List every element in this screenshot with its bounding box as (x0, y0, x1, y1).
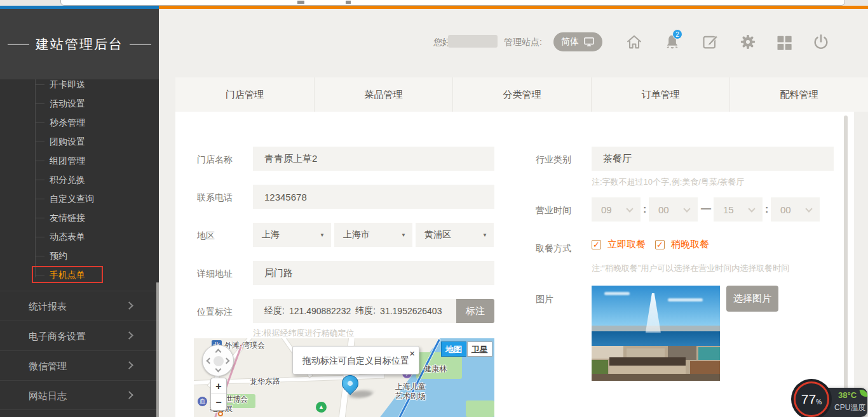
open-hour-select[interactable]: 09 (592, 197, 641, 222)
sidebar-item-flashsale[interactable]: 秒杀管理 (0, 113, 159, 132)
industry-label: 行业类别 (536, 154, 571, 166)
checkbox-checked-icon[interactable]: ✓ (655, 240, 665, 249)
pan-up-icon[interactable] (215, 349, 222, 355)
chevron-right-icon (125, 361, 133, 369)
language-pill-button[interactable]: 简体 (553, 32, 602, 51)
logout-button[interactable] (812, 33, 830, 51)
sidebar-header: 建站管理后台 (0, 9, 159, 79)
close-icon[interactable]: × (409, 348, 415, 359)
sidebar-item-groupbuy-settings[interactable]: 团购设置 (0, 132, 159, 151)
small-poi-dot (218, 411, 223, 416)
notifications-button[interactable]: 2 (663, 33, 681, 51)
museum-poi-icon: 血 (198, 397, 207, 406)
sidebar-group-site-logs[interactable]: 网站日志 (0, 380, 159, 410)
dropdown-arrow-icon: ▼ (320, 232, 325, 238)
tab-ingredient-management[interactable]: 配料管理 (729, 77, 868, 112)
system-monitor-widget[interactable]: 38°C CPU温度 77 % (792, 381, 868, 417)
mark-location-button[interactable]: 标注 (456, 299, 494, 323)
city-value: 上海市 (343, 229, 370, 241)
address-input[interactable]: 局门路 (253, 261, 494, 285)
choose-image-button[interactable]: 选择图片 (726, 286, 778, 312)
open-minute-select[interactable]: 00 (649, 197, 698, 222)
photo-lake (592, 331, 720, 347)
username-redacted (448, 35, 498, 48)
city-select[interactable]: 上海市 ▼ (334, 223, 412, 247)
pan-down-icon[interactable] (215, 366, 222, 373)
pickup-later-checkbox[interactable]: ✓ 稍晚取餐 (655, 239, 709, 251)
selection-highlight-box (32, 266, 103, 283)
store-name-input[interactable]: 青青原上草2 (253, 147, 494, 171)
phone-value: 12345678 (264, 192, 307, 202)
zoom-out-button[interactable]: − (211, 394, 226, 410)
map-type-map-button[interactable]: 地图 (441, 341, 466, 357)
district-select[interactable]: 黄浦区 ▼ (416, 223, 494, 247)
percent-sign: % (816, 399, 822, 406)
dropdown-arrow-icon: ▼ (401, 232, 406, 238)
time-colon: : (765, 204, 768, 215)
map-pan-control[interactable] (202, 345, 234, 376)
tab-store-management[interactable]: 门店管理 (175, 77, 314, 112)
sidebar-item-dynamic-forms[interactable]: 动态表单 (0, 227, 159, 246)
tab-bar: 门店管理 菜品管理 分类管理 订单管理 配料管理 (175, 77, 868, 112)
province-value: 上海 (262, 229, 280, 241)
sidebar-group-statistics[interactable]: 统计报表 (0, 291, 159, 321)
language-label: 简体 (561, 36, 579, 48)
sidebar-scrollbar[interactable] (156, 282, 159, 417)
browser-address-bar[interactable] (60, 0, 845, 6)
tab-order-management[interactable]: 订单管理 (591, 77, 729, 112)
group-label: 网站日志 (29, 390, 67, 401)
tab-dish-management[interactable]: 菜品管理 (314, 77, 452, 112)
latitude-value: 31.1952626403 (380, 306, 442, 316)
pan-center[interactable] (214, 356, 224, 366)
group-label: 电子商务设置 (29, 331, 86, 341)
group-label: 微信管理 (29, 361, 67, 371)
sidebar-item-reservation[interactable]: 预约 (0, 246, 159, 265)
location-note: 注:根据经纬度进行精确定位 (253, 328, 355, 339)
dropdown-arrow-icon: ▼ (482, 232, 487, 238)
checkbox-checked-icon[interactable]: ✓ (592, 240, 601, 249)
sidebar-item-friend-links[interactable]: 友情链接 (0, 208, 159, 227)
manage-site-label: 管理站点: (504, 37, 542, 48)
photo-poi-icon: ▲ (316, 402, 327, 413)
apps-grid-button[interactable] (775, 33, 793, 51)
pan-right-icon[interactable] (224, 358, 230, 364)
sidebar-group-ecommerce[interactable]: 电子商务设置 (0, 321, 159, 350)
pickup-now-checkbox[interactable]: ✓ 立即取餐 (592, 239, 646, 251)
sidebar-item-points-exchange[interactable]: 积分兑换 (0, 170, 159, 189)
close-minute-select[interactable]: 00 (771, 197, 820, 222)
close-hour-select[interactable]: 15 (714, 197, 763, 222)
address-label: 详细地址 (197, 268, 233, 280)
sidebar-item-activity-settings[interactable]: 活动设置 (0, 94, 159, 113)
time-range-dash: — (701, 203, 711, 215)
sidebar-item-custom-query[interactable]: 自定义查询 (0, 189, 159, 208)
phone-input[interactable]: 12345678 (253, 185, 494, 209)
close-minute-value: 00 (780, 204, 791, 215)
sidebar-group-wechat[interactable]: 微信管理 (0, 350, 159, 380)
content-scrollbar[interactable] (844, 116, 848, 414)
coordinates-input[interactable]: 经度: 121.490882232 纬度: 31.1952626403 (253, 299, 456, 323)
chevron-down-icon (805, 205, 812, 212)
chevron-down-icon (748, 205, 755, 212)
chevron-right-icon (125, 391, 133, 399)
home-button[interactable] (625, 33, 643, 51)
pan-left-icon[interactable] (207, 358, 213, 364)
map-widget[interactable]: 外滩·湾璞会 龙华东路 上海世博会 纪念展 健康林 上海儿童 艺术剧场 血 ♪ … (194, 338, 494, 417)
image-label: 图片 (536, 294, 553, 305)
photo-city (592, 346, 720, 381)
map-tooltip-text: 拖动标注可自定义目标位置 (302, 355, 409, 367)
province-select[interactable]: 上海 ▼ (253, 223, 331, 247)
map-type-satellite-button[interactable]: 卫星 (467, 341, 492, 357)
cpu-usage-percent: 77 (801, 392, 816, 407)
cpu-usage-ring: 77 % (794, 381, 829, 417)
sidebar-item-group-management[interactable]: 组团管理 (0, 151, 159, 170)
cpu-temperature: 38°C (838, 390, 857, 400)
tab-category-management[interactable]: 分类管理 (452, 77, 591, 112)
title-dash-right (130, 44, 151, 45)
edit-button[interactable] (702, 33, 719, 51)
settings-button[interactable] (739, 33, 757, 51)
pickup-note: 注:“稍晚取餐”用户可以选择在营业时间内选择取餐时间 (592, 263, 789, 274)
industry-input[interactable]: 茶餐厅 (592, 147, 834, 171)
zoom-in-button[interactable]: + (211, 378, 226, 394)
hours-label: 营业时间 (536, 205, 571, 216)
sidebar-item-card-gift[interactable]: 开卡即送 (0, 75, 159, 94)
